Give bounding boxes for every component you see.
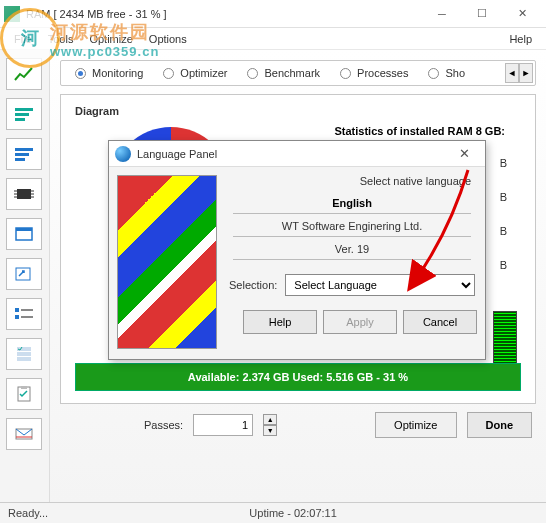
svg-rect-17 — [21, 309, 33, 311]
dialog-close-button[interactable]: ✕ — [449, 146, 479, 161]
window-icon[interactable] — [6, 218, 42, 250]
dialog-cancel-button[interactable]: Cancel — [403, 310, 477, 334]
svg-rect-21 — [17, 352, 31, 356]
svg-rect-1 — [15, 113, 29, 116]
menu-file[interactable]: File — [6, 30, 40, 48]
globe-icon — [115, 146, 131, 162]
current-language: English — [233, 191, 471, 214]
radio-icon — [428, 68, 439, 79]
spin-up[interactable]: ▲ — [263, 414, 277, 425]
available-bar: Available: 2.374 GB Used: 5.516 GB - 31 … — [75, 363, 521, 391]
svg-rect-19 — [21, 316, 33, 318]
native-label: Select native language — [227, 175, 477, 191]
status-uptime: Uptime - 02:07:11 — [249, 507, 336, 519]
window-title: RAM [ 2434 MB free - 31 % ] — [26, 8, 422, 20]
stat-unit: B — [500, 225, 507, 237]
status-ready: Ready... — [8, 507, 48, 519]
tab-shortcuts[interactable]: Sho — [418, 61, 475, 85]
maximize-button[interactable]: ☐ — [462, 2, 502, 26]
mem-bars — [493, 311, 517, 369]
tab-optimizer[interactable]: Optimizer — [153, 61, 237, 85]
envelope-icon[interactable] — [6, 418, 42, 450]
footer-controls: Passes: ▲ ▼ Optimize Done — [60, 404, 536, 438]
radio-icon — [247, 68, 258, 79]
stat-unit: B — [500, 191, 507, 203]
dialog-titlebar: Language Panel ✕ — [109, 141, 485, 167]
available-text: Available: 2.374 GB Used: 5.516 GB - 31 … — [188, 371, 408, 383]
radio-icon — [340, 68, 351, 79]
svg-rect-2 — [15, 118, 25, 121]
stat-unit: B — [500, 259, 507, 271]
tab-scroll: ◄ ► — [505, 63, 533, 83]
language-select[interactable]: Select Language — [285, 274, 475, 296]
checklist-stack-icon[interactable] — [6, 338, 42, 370]
tab-scroll-left[interactable]: ◄ — [505, 63, 519, 83]
spin-down[interactable]: ▼ — [263, 425, 277, 436]
svg-rect-16 — [15, 308, 19, 312]
svg-rect-18 — [15, 315, 19, 319]
company-label: WT Software Enginering Ltd. — [233, 214, 471, 237]
statusbar: Ready... Uptime - 02:07:11 — [0, 502, 546, 523]
titlebar: RAM [ 2434 MB free - 31 % ] ─ ☐ ✕ — [0, 0, 546, 28]
tab-label: Monitoring — [92, 67, 143, 79]
stats-units: B B B B — [500, 157, 507, 271]
passes-input[interactable] — [193, 414, 253, 436]
passes-spinner: ▲ ▼ — [263, 414, 277, 436]
svg-rect-22 — [17, 357, 31, 361]
menu-tools[interactable]: Tools — [40, 30, 82, 48]
radio-icon — [75, 68, 86, 79]
flags-image — [117, 175, 217, 349]
chart-icon[interactable] — [6, 58, 42, 90]
version-label: Ver. 19 — [233, 237, 471, 260]
chip-icon[interactable] — [6, 178, 42, 210]
close-button[interactable]: ✕ — [502, 2, 542, 26]
tab-benchmark[interactable]: Benchmark — [237, 61, 330, 85]
menu-options[interactable]: Options — [141, 30, 195, 48]
tab-label: Processes — [357, 67, 408, 79]
svg-rect-14 — [16, 228, 32, 231]
menu-optimize[interactable]: Optimize — [81, 30, 140, 48]
selection-row: Selection: Select Language — [229, 274, 475, 296]
svg-rect-24 — [21, 386, 27, 389]
diagram-label: Diagram — [75, 105, 521, 117]
dialog-right: Select native language English WT Softwa… — [227, 175, 477, 349]
stat-unit: B — [500, 157, 507, 169]
checklist-icon[interactable] — [6, 298, 42, 330]
tab-label: Optimizer — [180, 67, 227, 79]
bars-green-icon[interactable] — [6, 98, 42, 130]
tab-label: Sho — [445, 67, 465, 79]
dialog-help-button[interactable]: Help — [243, 310, 317, 334]
tab-scroll-right[interactable]: ► — [519, 63, 533, 83]
tab-monitoring[interactable]: Monitoring — [65, 61, 153, 85]
tab-processes[interactable]: Processes — [330, 61, 418, 85]
tabs: Monitoring Optimizer Benchmark Processes… — [60, 60, 536, 86]
language-dialog: Language Panel ✕ Select native language … — [108, 140, 486, 360]
done-button[interactable]: Done — [467, 412, 533, 438]
minimize-button[interactable]: ─ — [422, 2, 462, 26]
stats-title: Statistics of installed RAM 8 GB: — [334, 125, 505, 137]
dialog-apply-button[interactable]: Apply — [323, 310, 397, 334]
optimize-button[interactable]: Optimize — [375, 412, 456, 438]
radio-icon — [163, 68, 174, 79]
tab-label: Benchmark — [264, 67, 320, 79]
sidebar — [0, 50, 50, 502]
svg-rect-0 — [15, 108, 33, 111]
dialog-title: Language Panel — [137, 148, 449, 160]
shortcut-icon[interactable] — [6, 258, 42, 290]
svg-rect-15 — [16, 268, 30, 280]
clipboard-icon[interactable] — [6, 378, 42, 410]
dialog-buttons: Help Apply Cancel — [227, 310, 477, 334]
svg-rect-4 — [15, 153, 29, 156]
svg-rect-6 — [17, 189, 31, 199]
bars-blue-icon[interactable] — [6, 138, 42, 170]
menu-help[interactable]: Help — [501, 30, 540, 48]
menubar: File Tools Optimize Options Help — [0, 28, 546, 50]
app-icon — [4, 6, 20, 22]
svg-rect-3 — [15, 148, 33, 151]
selection-label: Selection: — [229, 279, 277, 291]
passes-label: Passes: — [144, 419, 183, 431]
svg-rect-5 — [15, 158, 25, 161]
dialog-body: Select native language English WT Softwa… — [109, 167, 485, 357]
